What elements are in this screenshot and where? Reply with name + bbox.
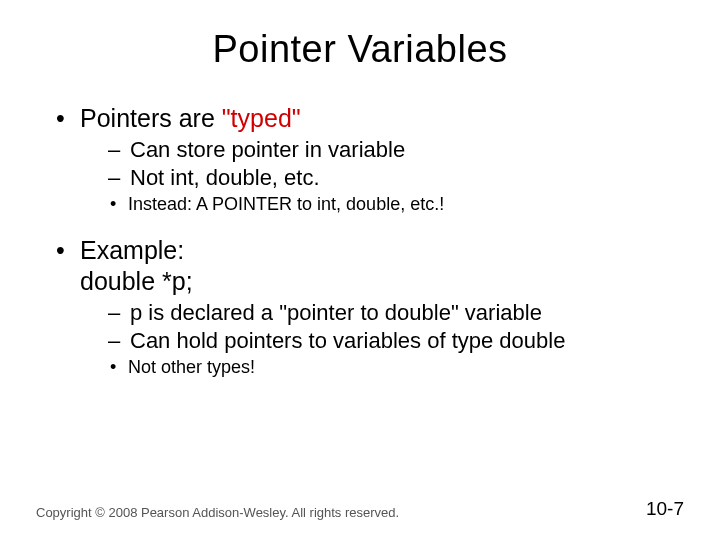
sub-p-declared: p is declared a "pointer to double" vari…	[108, 299, 684, 327]
subsub-not-other: Not other types!	[110, 356, 684, 379]
sublist: Can store pointer in variable Not int, d…	[108, 136, 684, 191]
bullet-list: Pointers are "typed" Can store pointer i…	[56, 103, 684, 380]
sub-not-int: Not int, double, etc.	[108, 164, 684, 192]
bullet-pointers-typed: Pointers are "typed" Can store pointer i…	[56, 103, 684, 217]
bullet-text-prefix: Pointers are	[80, 104, 222, 132]
typed-word: "typed"	[222, 104, 301, 132]
sublist: p is declared a "pointer to double" vari…	[108, 299, 684, 354]
sub-can-store: Can store pointer in variable	[108, 136, 684, 164]
subsub-instead: Instead: A POINTER to int, double, etc.!	[110, 193, 684, 216]
subsublist: Instead: A POINTER to int, double, etc.!	[110, 193, 684, 216]
example-code: double *p;	[80, 267, 193, 295]
bullet-example: Example: double *p; p is declared a "poi…	[56, 235, 684, 380]
example-label: Example:	[80, 236, 184, 264]
subsublist: Not other types!	[110, 356, 684, 379]
page-number: 10-7	[646, 498, 684, 520]
slide-title: Pointer Variables	[36, 28, 684, 71]
copyright-text: Copyright © 2008 Pearson Addison-Wesley.…	[36, 505, 399, 520]
slide: Pointer Variables Pointers are "typed" C…	[0, 0, 720, 540]
footer: Copyright © 2008 Pearson Addison-Wesley.…	[36, 498, 684, 520]
sub-can-hold: Can hold pointers to variables of type d…	[108, 327, 684, 355]
